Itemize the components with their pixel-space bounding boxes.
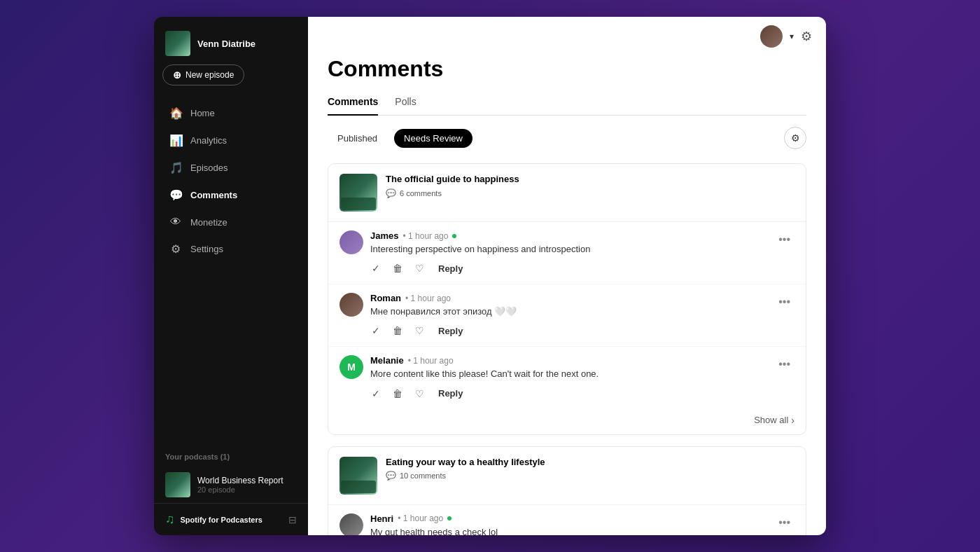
new-episode-label: New episode <box>186 70 234 80</box>
commenter-name: Melanie <box>370 355 404 366</box>
episode-section: Eating your way to a healthy lifestyle 💬… <box>328 446 806 535</box>
sidebar-item-home[interactable]: 🏠 Home <box>158 99 304 127</box>
content-area: Comments Comments Polls Published Needs … <box>308 56 826 535</box>
episode-thumbnail <box>340 457 377 495</box>
page-title: Comments <box>328 56 806 82</box>
comment-body: Melanie • 1 hour ago More content like t… <box>370 355 767 400</box>
approve-button[interactable]: ✓ <box>370 261 382 275</box>
delete-button[interactable]: 🗑 <box>391 261 404 275</box>
podcast-item-episodes: 20 episode <box>197 485 284 494</box>
monetize-icon: 👁 <box>169 216 182 228</box>
comment-actions: ✓ 🗑 ♡ Reply <box>370 261 767 275</box>
episode-title: The official guide to happiness <box>386 174 519 186</box>
more-options-button[interactable]: ••• <box>774 357 794 372</box>
commenter-name: Roman <box>370 293 401 303</box>
settings-button[interactable]: ⚙ <box>801 29 812 44</box>
episode-section: The official guide to happiness 💬 6 comm… <box>328 163 806 435</box>
sidebar-item-label: Home <box>190 108 215 118</box>
chevron-right-icon: › <box>791 415 794 426</box>
plus-icon: ⊕ <box>173 69 181 81</box>
comment-time: • 1 hour ago <box>408 356 454 366</box>
new-episode-button[interactable]: ⊕ New episode <box>162 64 244 85</box>
sidebar-item-label: Analytics <box>190 135 227 146</box>
spotify-branding: Spotify for Podcasters <box>181 516 262 524</box>
more-options-button[interactable]: ••• <box>774 294 794 310</box>
analytics-icon: 📊 <box>169 134 182 147</box>
table-row: M Melanie • 1 hour ago More content like… <box>328 347 806 408</box>
podcast-item-name: World Business Report <box>197 476 284 485</box>
comment-header-row: Henri • 1 hour ago <box>370 513 767 524</box>
podcast-item-info: World Business Report 20 episode <box>197 476 284 494</box>
reply-button[interactable]: Reply <box>435 387 465 400</box>
table-row: James • 1 hour ago Interesting perspecti… <box>328 222 806 284</box>
sidebar-item-label: Comments <box>190 190 237 200</box>
comment-header-row: Roman • 1 hour ago <box>370 293 767 303</box>
comment-text: My gut health needs a check lol <box>370 526 767 535</box>
delete-button[interactable]: 🗑 <box>391 324 404 338</box>
episode-title: Eating your way to a healthy lifestyle <box>386 457 545 469</box>
reply-button[interactable]: Reply <box>435 324 465 338</box>
comments-count-label: 6 comments <box>400 189 442 198</box>
table-row: Roman • 1 hour ago Мне понравился этот э… <box>328 284 806 347</box>
top-bar: ▾ ⚙ <box>308 17 826 56</box>
comment-header-row: Melanie • 1 hour ago <box>370 355 767 366</box>
show-all-row[interactable]: Show all › <box>328 409 806 434</box>
show-all-label: Show all <box>754 415 788 425</box>
tab-polls[interactable]: Polls <box>395 96 416 116</box>
approve-button[interactable]: ✓ <box>370 324 382 338</box>
more-options-button[interactable]: ••• <box>774 232 794 247</box>
avatar-letter: M <box>347 361 356 373</box>
episode-comments-count: 💬 10 comments <box>386 471 545 481</box>
filter-options-button[interactable]: ⚙ <box>784 127 806 149</box>
sidebar-item-label: Settings <box>190 244 223 254</box>
sidebar-item-analytics[interactable]: 📊 Analytics <box>158 127 304 154</box>
episode-header: Eating your way to a healthy lifestyle 💬… <box>328 447 806 505</box>
avatar[interactable] <box>760 25 783 48</box>
episode-comments-count: 💬 6 comments <box>386 188 519 198</box>
like-button[interactable]: ♡ <box>414 387 426 401</box>
sidebar-podcast-name: Venn Diatribe <box>197 39 255 49</box>
filter-needs-review-button[interactable]: Needs Review <box>394 129 472 148</box>
sidebar-item-settings[interactable]: ⚙ Settings <box>158 235 304 263</box>
comment-text: Interesting perspective on happiness and… <box>370 243 767 256</box>
unread-indicator <box>447 516 451 520</box>
comment-time: • 1 hour ago <box>398 513 443 523</box>
comment-header-row: James • 1 hour ago <box>370 230 767 241</box>
sidebar-item-episodes[interactable]: 🎵 Episodes <box>158 154 304 181</box>
unread-indicator <box>452 234 456 238</box>
home-icon: 🏠 <box>169 106 182 120</box>
comments-count-label: 10 comments <box>400 471 446 480</box>
commenter-name: Henri <box>370 513 393 524</box>
comment-body: Roman • 1 hour ago Мне понравился этот э… <box>370 293 767 338</box>
like-button[interactable]: ♡ <box>414 324 426 338</box>
tab-comments[interactable]: Comments <box>328 96 378 116</box>
sidebar-footer: ♫ Spotify for Podcasters ⊟ <box>154 503 308 535</box>
sidebar-header: Venn Diatribe <box>154 17 308 64</box>
more-options-button[interactable]: ••• <box>774 515 794 530</box>
main-content: ▾ ⚙ Comments Comments Polls Published Ne… <box>308 17 826 535</box>
podcast-thumbnail <box>165 31 190 56</box>
like-button[interactable]: ♡ <box>414 261 426 275</box>
sidebar-item-label: Monetize <box>190 217 227 228</box>
comment-time: • 1 hour ago <box>405 294 451 303</box>
filter-published-button[interactable]: Published <box>328 129 387 148</box>
comment-body: James • 1 hour ago Interesting perspecti… <box>370 230 767 275</box>
approve-button[interactable]: ✓ <box>370 387 382 401</box>
sidebar-item-comments[interactable]: 💬 Comments <box>158 181 304 209</box>
comments-list: Henri • 1 hour ago My gut health needs a… <box>328 505 806 535</box>
chevron-down-icon[interactable]: ▾ <box>790 32 794 41</box>
delete-button[interactable]: 🗑 <box>391 387 404 401</box>
comment-actions: ✓ 🗑 ♡ Reply <box>370 387 767 401</box>
avatar <box>340 230 363 254</box>
sidebar-item-monetize[interactable]: 👁 Monetize <box>158 209 304 235</box>
sidebar-nav: 🏠 Home 📊 Analytics 🎵 Episodes 💬 Comments… <box>154 97 308 441</box>
avatar <box>340 513 363 535</box>
spotify-logo-icon: ♫ <box>165 512 175 527</box>
podcast-item-thumbnail <box>165 472 190 497</box>
collapse-sidebar-button[interactable]: ⊟ <box>288 514 297 525</box>
tabs-bar: Comments Polls <box>328 96 806 116</box>
episode-info: The official guide to happiness 💬 6 comm… <box>386 174 519 198</box>
reply-button[interactable]: Reply <box>435 262 465 275</box>
filter-icon: ⚙ <box>791 132 800 144</box>
sidebar-podcast-item[interactable]: World Business Report 20 episode <box>154 467 308 503</box>
